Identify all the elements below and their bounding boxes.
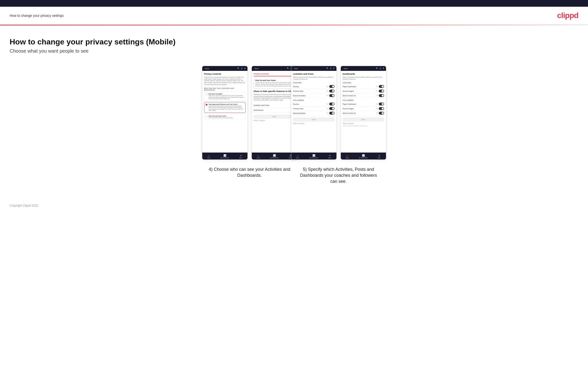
home-icon: ⌂ bbox=[208, 154, 209, 157]
nav-home-1[interactable]: ⌂ Home bbox=[207, 154, 210, 158]
mobile-screen-1: ‹ Back 🔍 👤 ⚙ Privacy Controls Control ho… bbox=[202, 66, 248, 160]
coaches-manual-row: Manual Activities ON bbox=[293, 93, 335, 98]
activities-arrow-row[interactable]: Activities and Posts › bbox=[254, 103, 295, 108]
nav-menu-4[interactable]: ≡ Menu bbox=[378, 154, 381, 158]
coaches-rounds-row: Rounds ON bbox=[293, 84, 335, 89]
coaches-what-to-work-row: What To Work On ON bbox=[343, 93, 384, 98]
dashboards-arrow-row[interactable]: Dashboards › bbox=[254, 108, 295, 113]
privacy-controls-title: Privacy Controls bbox=[204, 73, 246, 75]
coaches-what-to-work-toggle[interactable] bbox=[379, 94, 384, 97]
screenshot-group-2: ‹ Back 🔍 👤 ⚙ Activities and Posts Select… bbox=[298, 66, 380, 185]
followers-label-4: FOLLOWERS bbox=[343, 100, 384, 101]
dashboards-label: Dashboards bbox=[254, 109, 263, 111]
followers-what-to-work-toggle[interactable] bbox=[379, 112, 384, 115]
followers-drills-row: Practice Drills ON bbox=[293, 106, 335, 111]
nav-back-1[interactable]: ‹ Back bbox=[204, 68, 209, 69]
screen4-content: Dashboards Select the dashboards that yo… bbox=[341, 71, 386, 152]
radio-approved[interactable]: Only Approved Followers and Your Coach O… bbox=[204, 102, 246, 113]
nav-back-3[interactable]: ‹ Back bbox=[293, 68, 298, 69]
user-icon[interactable]: 👤 bbox=[241, 67, 243, 69]
user-icon-3[interactable]: 👤 bbox=[330, 67, 332, 69]
coaches-manual-toggle[interactable] bbox=[329, 94, 335, 97]
followers-rounds-toggle[interactable] bbox=[329, 103, 335, 105]
coaches-drills-row: Practice Drills ON bbox=[293, 89, 335, 93]
popup-title: Only You and Your Coach bbox=[255, 80, 294, 81]
followers-round-insights-toggle[interactable] bbox=[379, 107, 384, 110]
help-support-3: Help & Support bbox=[293, 122, 335, 125]
followers-drills-toggle[interactable] bbox=[329, 107, 335, 110]
mobile-nav-2: ‹ Back 🔍 👤 ⚙ bbox=[252, 66, 297, 71]
top-bar bbox=[0, 0, 588, 7]
nav-performance-4[interactable]: 📊 My Performance bbox=[359, 154, 368, 158]
save-btn-3[interactable]: Save bbox=[293, 117, 335, 122]
help-support-4: Help & Support bbox=[343, 122, 384, 125]
mobile-nav-1: ‹ Back 🔍 👤 ⚙ bbox=[202, 66, 247, 71]
settings-icon-3[interactable]: ⚙ bbox=[333, 67, 335, 69]
nav-performance-1[interactable]: 📊 My Performance bbox=[221, 154, 229, 158]
breadcrumb: How to change your privacy settings bbox=[10, 14, 64, 17]
coaches-label-4: COACHES bbox=[343, 82, 384, 83]
nav-back-4[interactable]: ‹ Back bbox=[343, 68, 348, 69]
coaches-drills-toggle[interactable] bbox=[329, 90, 335, 92]
bottom-nav-3: ⌂ Home 📊 My Performance ≡ Menu bbox=[291, 152, 337, 159]
nav-home-2[interactable]: ⌂ Home bbox=[257, 154, 260, 158]
followers-manual-toggle[interactable] bbox=[329, 112, 335, 115]
chevron-left-icon-4: ‹ bbox=[343, 68, 343, 69]
menu-icon: ≡ bbox=[240, 154, 242, 157]
bottom-nav-1: ⌂ Home 📊 My Performance ≡ Menu bbox=[202, 152, 247, 159]
mobile-screen-3: ‹ Back 🔍 👤 ⚙ Activities and Posts Select… bbox=[291, 66, 337, 160]
caption-2: 5) Specify which Activities, Posts and D… bbox=[298, 167, 380, 185]
menu-icon-3: ≡ bbox=[329, 154, 330, 157]
coaches-player-dash-label: Player Dashboard bbox=[343, 86, 356, 87]
page-subtitle: Choose what you want people to see bbox=[10, 48, 578, 54]
radio-label-3: Only You and Your Coach bbox=[209, 115, 233, 117]
bottom-nav-4: ⌂ Home 📊 My Performance ≡ Menu bbox=[341, 152, 386, 159]
privacy-tab-title[interactable]: Privacy Controls bbox=[254, 73, 295, 75]
followers-manual-row: Manual Activities ON bbox=[293, 111, 335, 116]
who-can-see-label: Who Can See Your Activities and Dashboar… bbox=[204, 87, 246, 91]
search-icon-2[interactable]: 🔍 bbox=[287, 67, 289, 69]
nav-icons-4: 🔍 👤 ⚙ bbox=[376, 67, 384, 69]
save-btn-2[interactable]: Save bbox=[254, 115, 295, 119]
chevron-left-icon-3: ‹ bbox=[293, 68, 294, 69]
search-icon[interactable]: 🔍 bbox=[237, 67, 240, 69]
radio-circle-3 bbox=[206, 116, 208, 117]
nav-performance-2[interactable]: 📊 My Performance bbox=[270, 154, 279, 158]
screenshot-group-1: ‹ Back 🔍 👤 ⚙ Privacy Controls Control ho… bbox=[209, 66, 291, 178]
coaches-player-dash-toggle[interactable] bbox=[379, 85, 384, 88]
search-icon-4[interactable]: 🔍 bbox=[376, 67, 378, 69]
nav-performance-3[interactable]: 📊 My Performance bbox=[310, 154, 318, 158]
header: How to change your privacy settings clip… bbox=[0, 7, 588, 25]
coaches-rounds-toggle[interactable] bbox=[329, 85, 335, 88]
chart-icon-2: 📊 bbox=[273, 154, 276, 157]
radio-only-you[interactable]: Only You and Your Coach Only you and the… bbox=[204, 114, 246, 120]
footer: Copyright Clippd 2022 bbox=[0, 199, 588, 212]
user-icon-4[interactable]: 👤 bbox=[379, 67, 381, 69]
followers-player-dash-row: Player Dashboard ON bbox=[343, 102, 384, 106]
nav-back-2[interactable]: ‹ Back bbox=[254, 68, 259, 69]
popup-text: Only you and the coaches you connect wit… bbox=[255, 82, 294, 87]
coaches-player-dash-row: Player Dashboard ON bbox=[343, 84, 384, 89]
home-icon-2: ⌂ bbox=[258, 154, 259, 157]
nav-icons-1: 🔍 👤 ⚙ bbox=[237, 67, 246, 69]
show-hide-title: Show or hide specific features in Clippd bbox=[254, 90, 295, 92]
mobile-nav-4: ‹ Back 🔍 👤 ⚙ bbox=[341, 66, 386, 71]
nav-home-3[interactable]: ⌂ Home bbox=[296, 154, 299, 158]
coaches-drills-label: Practice Drills bbox=[293, 90, 303, 92]
save-btn-4[interactable]: Save bbox=[343, 117, 384, 122]
screenshot-pair-2: ‹ Back 🔍 👤 ⚙ Activities and Posts Select… bbox=[291, 66, 386, 160]
nav-menu-1[interactable]: ≡ Menu bbox=[239, 154, 242, 158]
followers-player-dash-toggle[interactable] bbox=[379, 103, 384, 105]
followers-round-insights-label: Round Insights bbox=[343, 108, 354, 109]
settings-icon[interactable]: ⚙ bbox=[244, 67, 246, 69]
home-icon-4: ⌂ bbox=[346, 154, 348, 157]
coaches-round-insights-toggle[interactable] bbox=[379, 90, 384, 92]
nav-menu-3[interactable]: ≡ Menu bbox=[328, 154, 331, 158]
search-icon-3[interactable]: 🔍 bbox=[326, 67, 329, 69]
radio-everyone[interactable]: Everyone on Clippd Everyone on Clippd ca… bbox=[204, 92, 246, 101]
followers-rounds-row: Rounds ON bbox=[293, 102, 335, 106]
chart-icon: 📊 bbox=[224, 154, 226, 157]
settings-icon-4[interactable]: ⚙ bbox=[383, 67, 384, 69]
radio-desc-1: Everyone on Clippd can search for you an… bbox=[209, 95, 244, 100]
nav-home-4[interactable]: ⌂ Home bbox=[346, 154, 349, 158]
